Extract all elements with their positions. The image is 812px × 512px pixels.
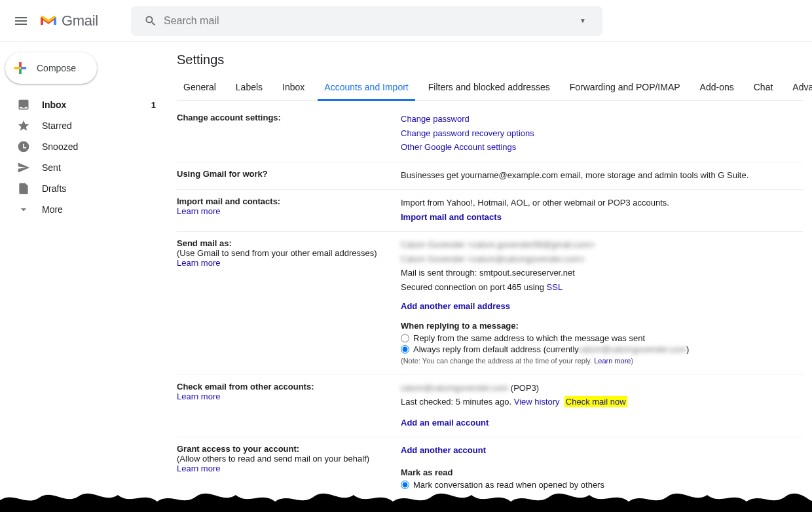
tab-labels[interactable]: Labels bbox=[229, 75, 269, 100]
link-change-recovery[interactable]: Change password recovery options bbox=[401, 128, 534, 138]
link-other-google-settings[interactable]: Other Google Account settings bbox=[401, 142, 516, 152]
radio-reply-default[interactable] bbox=[401, 345, 409, 354]
text-import-desc: Import from Yahoo!, Hotmail, AOL, or oth… bbox=[401, 196, 803, 210]
section-send-as: Send mail as: (Use Gmail to send from yo… bbox=[177, 232, 803, 375]
tab-chat[interactable]: Chat bbox=[747, 75, 780, 100]
link-add-another-account[interactable]: Add another account bbox=[401, 445, 486, 455]
link-check-learn-more[interactable]: Learn more bbox=[177, 392, 220, 401]
inbox-count: 1 bbox=[151, 100, 156, 110]
label-reply-same: Reply from the same address to which the… bbox=[413, 333, 645, 343]
text-work-desc: Businesses get yourname@example.com emai… bbox=[401, 169, 803, 182]
text-secured: Secured connection on port 465 using bbox=[401, 282, 547, 292]
heading-change-account: Change account settings: bbox=[177, 113, 401, 122]
heading-reply-behavior: When replying to a message: bbox=[401, 320, 803, 333]
main-menu-button[interactable] bbox=[5, 5, 37, 37]
gmail-logo[interactable]: Gmail bbox=[39, 12, 98, 29]
svg-rect-1 bbox=[19, 69, 22, 74]
tab-advanced[interactable]: Advanced bbox=[786, 75, 812, 100]
gmail-m-icon bbox=[39, 14, 58, 28]
main-content: Settings General Labels Inbox Accounts a… bbox=[168, 42, 812, 512]
hamburger-icon bbox=[13, 13, 29, 29]
send-icon bbox=[17, 161, 30, 174]
section-grant-access: Grant access to your account: (Allow oth… bbox=[177, 437, 803, 498]
link-send-as-learn-more[interactable]: Learn more bbox=[177, 258, 220, 268]
section-import: Import mail and contacts: Learn more Imp… bbox=[177, 190, 803, 232]
send-as-account-2: Calum Govender <calum@calumgovender.com> bbox=[401, 253, 803, 266]
sidebar-item-sent[interactable]: Sent bbox=[0, 157, 168, 178]
svg-rect-2 bbox=[14, 67, 20, 69]
search-icon[interactable] bbox=[138, 8, 164, 34]
chevron-down-icon bbox=[17, 203, 30, 216]
sidebar: Compose Inbox 1 Starred Snoozed Sent Dra… bbox=[0, 42, 168, 512]
tab-addons[interactable]: Add-ons bbox=[693, 75, 741, 100]
star-icon bbox=[17, 119, 30, 132]
gmail-text: Gmail bbox=[62, 12, 98, 29]
link-grant-learn-more[interactable]: Learn more bbox=[177, 464, 220, 473]
search-bar[interactable]: ▼ bbox=[131, 6, 602, 36]
link-ssl[interactable]: SSL bbox=[547, 282, 563, 292]
heading-using-work: Using Gmail for work? bbox=[177, 169, 401, 179]
send-as-account-1: Calum Govender <calum.govender99@gmail.c… bbox=[401, 238, 803, 251]
tab-filters[interactable]: Filters and blocked addresses bbox=[422, 75, 557, 100]
svg-rect-0 bbox=[19, 62, 22, 67]
sub-send-as: (Use Gmail to send from your other email… bbox=[177, 248, 401, 258]
search-input[interactable] bbox=[164, 15, 570, 27]
page-title: Settings bbox=[177, 52, 803, 67]
text-pop3-suffix: (POP3) bbox=[508, 383, 539, 393]
tab-forwarding[interactable]: Forwarding and POP/IMAP bbox=[563, 75, 687, 100]
sidebar-item-snoozed[interactable]: Snoozed bbox=[0, 136, 168, 157]
tab-accounts-import[interactable]: Accounts and Import bbox=[318, 75, 415, 101]
compose-label: Compose bbox=[37, 63, 76, 73]
inbox-icon bbox=[17, 98, 30, 111]
heading-send-as: Send mail as: bbox=[177, 238, 401, 248]
text-mail-through: Mail is sent through: smtpout.secureserv… bbox=[401, 266, 803, 280]
tab-general[interactable]: General bbox=[177, 75, 223, 100]
heading-check-other: Check email from other accounts: bbox=[177, 382, 401, 392]
link-add-email-account[interactable]: Add an email account bbox=[401, 418, 489, 428]
settings-tabs: General Labels Inbox Accounts and Import… bbox=[177, 75, 803, 101]
text-pop-account: calum@calumgovender.com bbox=[401, 383, 508, 393]
svg-rect-3 bbox=[21, 67, 26, 69]
file-icon bbox=[17, 182, 30, 195]
link-import-action[interactable]: Import mail and contacts bbox=[401, 212, 502, 222]
plus-icon bbox=[13, 61, 28, 75]
section-change-account: Change account settings: Change password… bbox=[177, 106, 803, 162]
compose-button[interactable]: Compose bbox=[5, 52, 97, 84]
sidebar-item-more[interactable]: More bbox=[0, 199, 168, 220]
label-reply-default-blur: calum@calumgovender.com bbox=[579, 344, 686, 354]
sidebar-item-starred[interactable]: Starred bbox=[0, 115, 168, 136]
link-change-password[interactable]: Change password bbox=[401, 114, 470, 124]
label-reply-default-post: ) bbox=[686, 344, 689, 354]
text-last-checked: Last checked: 5 minutes ago. bbox=[401, 397, 514, 407]
link-import-learn-more[interactable]: Learn more bbox=[177, 206, 220, 216]
clock-icon bbox=[17, 140, 30, 153]
note-reply-change: (Note: You can change the address at the… bbox=[401, 357, 594, 365]
tab-inbox[interactable]: Inbox bbox=[276, 75, 311, 100]
sidebar-item-inbox[interactable]: Inbox 1 bbox=[0, 94, 168, 115]
heading-grant-access: Grant access to your account: bbox=[177, 444, 401, 454]
sub-grant-access: (Allow others to read and send mail on y… bbox=[177, 454, 401, 464]
section-using-work: Using Gmail for work? Businesses get you… bbox=[177, 162, 803, 191]
heading-import: Import mail and contacts: bbox=[177, 196, 401, 206]
heading-mark-read: Mark as read bbox=[401, 466, 803, 479]
label-reply-default-pre: Always reply from default address (curre… bbox=[413, 344, 579, 354]
section-check-other: Check email from other accounts: Learn m… bbox=[177, 375, 803, 438]
radio-reply-same[interactable] bbox=[401, 334, 409, 342]
sidebar-item-drafts[interactable]: Drafts bbox=[0, 178, 168, 199]
link-reply-learn-more[interactable]: Learn more bbox=[594, 357, 631, 365]
label-mark-read: Mark conversation as read when opened by… bbox=[413, 480, 604, 490]
link-view-history[interactable]: View history bbox=[514, 397, 560, 407]
radio-mark-read[interactable] bbox=[401, 481, 409, 489]
link-add-email[interactable]: Add another email address bbox=[401, 301, 510, 311]
link-check-mail-now[interactable]: Check mail now bbox=[564, 396, 627, 407]
search-dropdown-icon[interactable]: ▼ bbox=[570, 17, 596, 24]
